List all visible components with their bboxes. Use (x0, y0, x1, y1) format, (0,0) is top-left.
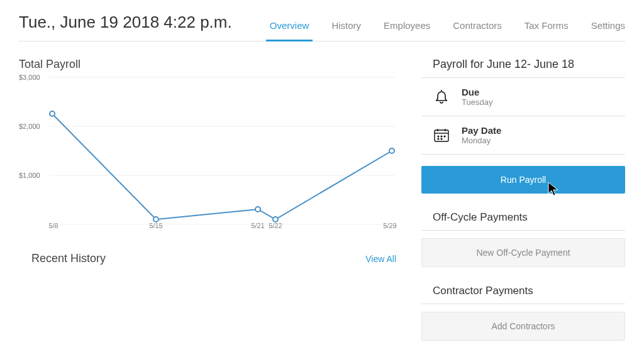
chart-point (255, 207, 260, 212)
svg-point-12 (441, 138, 442, 140)
chart-point (153, 217, 158, 222)
view-all-link[interactable]: View All (365, 254, 396, 264)
tab-employees[interactable]: Employees (384, 20, 430, 41)
bell-icon (433, 88, 450, 106)
header: Tue., June 19 2018 4:22 p.m. Overview Hi… (19, 13, 625, 41)
tab-contractors[interactable]: Contractors (453, 20, 502, 41)
chart-point (50, 111, 55, 116)
chart-title: Total Payroll (19, 58, 396, 71)
tab-settings[interactable]: Settings (591, 20, 625, 41)
divider (421, 304, 625, 304)
contractor-title: Contractor Payments (421, 285, 625, 297)
divider (421, 230, 625, 231)
paydate-row: Pay Date Monday (421, 116, 625, 155)
chart-point (273, 217, 278, 222)
recent-history-header: Recent History View All (19, 252, 396, 265)
y-tick-label: $3,000 (19, 74, 40, 81)
offcycle-title: Off-Cycle Payments (421, 211, 625, 224)
page-datetime: Tue., June 19 2018 4:22 p.m. (19, 13, 232, 41)
chart: $3,000 $2,000 $1,000 5/8 5/15 5/21 5/22 … (19, 74, 396, 237)
chart-svg (49, 74, 395, 224)
y-tick-label: $2,000 (19, 123, 40, 130)
new-offcycle-button[interactable]: New Off-Cycle Payment (421, 238, 625, 267)
tab-tax-forms[interactable]: Tax Forms (525, 20, 569, 41)
due-label: Due (462, 87, 492, 97)
due-row: Due Tuesday (421, 78, 625, 116)
tab-history[interactable]: History (331, 20, 361, 41)
tab-bar: Overview History Employees Contractors T… (270, 20, 625, 41)
add-contractors-button[interactable]: Add Contractors (421, 312, 625, 341)
chart-point (389, 148, 394, 153)
calendar-icon (433, 126, 450, 144)
paydate-value: Monday (462, 136, 501, 145)
due-value: Tuesday (462, 97, 492, 107)
recent-history-title: Recent History (19, 252, 106, 265)
tab-overview[interactable]: Overview (270, 20, 309, 41)
chart-series-line (52, 114, 392, 219)
y-tick-label: $1,000 (19, 172, 40, 179)
svg-point-9 (441, 136, 442, 137)
payroll-panel-title: Payroll for June 12- June 18 (421, 58, 625, 71)
svg-point-11 (438, 138, 439, 140)
run-payroll-button[interactable]: Run Payroll (421, 166, 625, 194)
svg-point-10 (444, 136, 445, 137)
paydate-label: Pay Date (462, 125, 501, 136)
svg-point-8 (438, 136, 439, 137)
